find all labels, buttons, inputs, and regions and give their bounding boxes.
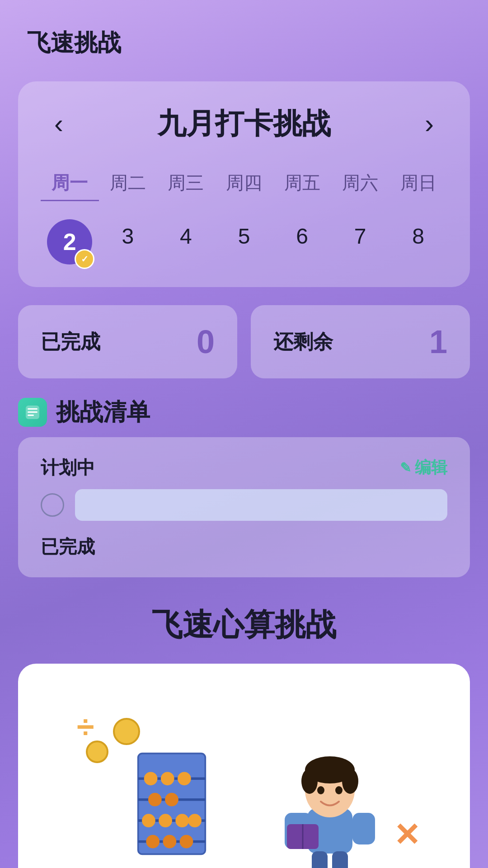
calendar-card: ‹ 九月打卡挑战 › 周一 周二 周三 周四 周五 周六 周日 2 3 4 5 …	[18, 81, 470, 287]
svg-point-25	[342, 769, 358, 794]
svg-point-11	[178, 772, 191, 785]
svg-rect-1	[28, 408, 38, 410]
boy-character-icon	[280, 736, 380, 868]
abacus-icon	[131, 745, 212, 863]
day-4[interactable]: 4	[157, 215, 215, 269]
checklist-item	[41, 489, 447, 521]
mental-math-section: 飞速心算挑战 ÷	[18, 604, 470, 868]
svg-rect-33	[332, 851, 348, 868]
svg-point-12	[148, 793, 162, 807]
checklist-section-header: 挑战清单	[18, 396, 470, 428]
svg-point-26	[317, 786, 324, 794]
svg-point-27	[335, 786, 343, 794]
multiply-symbol-icon: ✕	[394, 816, 420, 854]
day-6[interactable]: 6	[273, 215, 331, 269]
svg-point-13	[165, 793, 178, 807]
stats-row: 已完成 0 还剩余 1	[18, 305, 470, 378]
svg-point-14	[142, 814, 155, 827]
mental-math-card[interactable]: ÷	[18, 664, 470, 868]
weekday-sun: 周日	[389, 166, 447, 201]
checklist-title: 挑战清单	[56, 396, 150, 428]
completed-stat-card: 已完成 0	[18, 305, 237, 378]
weekday-tue: 周二	[99, 166, 157, 201]
weekday-fri: 周五	[273, 166, 331, 201]
calendar-header: ‹ 九月打卡挑战 ›	[41, 104, 447, 143]
day-5[interactable]: 5	[215, 215, 273, 269]
weekday-sat: 周六	[331, 166, 389, 201]
edit-button[interactable]: ✎ 编辑	[400, 457, 447, 479]
mental-math-title: 飞速心算挑战	[18, 604, 470, 646]
day-7[interactable]: 7	[331, 215, 389, 269]
calendar-title: 九月打卡挑战	[157, 104, 331, 143]
coin-1-icon	[113, 718, 140, 745]
svg-point-24	[301, 769, 318, 794]
svg-point-10	[161, 772, 174, 785]
checklist-icon	[18, 398, 47, 427]
weekday-wed: 周三	[157, 166, 215, 201]
prev-month-button[interactable]: ‹	[41, 110, 77, 137]
days-row: 2 3 4 5 6 7 8	[41, 215, 447, 269]
day-3[interactable]: 3	[99, 215, 157, 269]
planning-section: 计划中 ✎ 编辑	[41, 455, 447, 480]
svg-point-20	[180, 835, 193, 849]
illustration: ÷	[41, 691, 447, 868]
svg-point-18	[146, 835, 160, 849]
planning-label: 计划中	[41, 455, 95, 480]
divide-symbol-icon: ÷	[77, 709, 94, 745]
remaining-value: 1	[429, 323, 447, 360]
edit-icon: ✎	[400, 460, 411, 476]
weekday-mon: 周一	[41, 166, 99, 201]
svg-point-17	[188, 814, 202, 827]
edit-label: 编辑	[415, 457, 447, 479]
weekdays-row: 周一 周二 周三 周四 周五 周六 周日	[41, 166, 447, 201]
svg-rect-31	[352, 813, 375, 844]
remaining-label: 还剩余	[273, 329, 333, 355]
coin-2-icon	[86, 741, 108, 763]
svg-rect-2	[28, 411, 38, 413]
item-input[interactable]	[75, 489, 447, 521]
day-2[interactable]: 2	[47, 219, 92, 264]
page-title: 飞速挑战	[0, 0, 488, 72]
svg-point-9	[144, 772, 158, 785]
day-8[interactable]: 8	[389, 215, 447, 269]
checklist-card: 计划中 ✎ 编辑 已完成	[18, 437, 470, 577]
svg-point-19	[163, 835, 177, 849]
svg-rect-32	[312, 851, 328, 868]
svg-rect-3	[28, 415, 34, 416]
completed-label: 已完成	[41, 329, 100, 355]
svg-point-15	[159, 814, 172, 827]
weekday-thu: 周四	[215, 166, 273, 201]
completed-value: 0	[197, 323, 215, 360]
item-checkbox[interactable]	[41, 493, 64, 517]
next-month-button[interactable]: ›	[411, 110, 447, 137]
svg-point-16	[175, 814, 189, 827]
remaining-stat-card: 还剩余 1	[251, 305, 470, 378]
completed-section-label: 已完成	[41, 534, 447, 559]
